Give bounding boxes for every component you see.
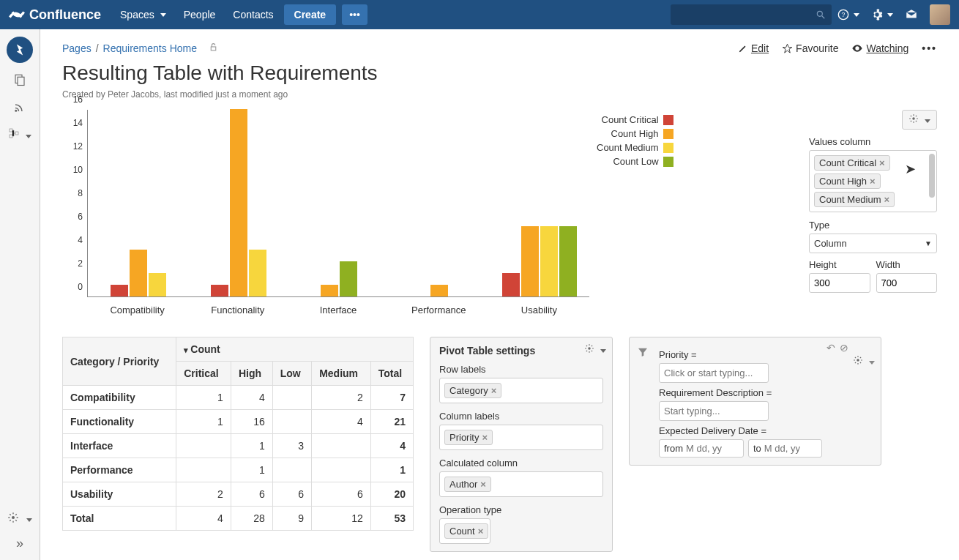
top-nav: Confluence Spaces People Contacts Create… [0,0,959,29]
chip-remove-icon[interactable]: × [491,385,497,396]
filter-date-to-input[interactable] [761,440,817,457]
bar[interactable] [149,273,166,296]
chip-priority[interactable]: Priority× [444,430,493,445]
svg-point-0 [817,11,822,16]
table-cell: 3 [272,434,311,458]
legend-item[interactable]: Count Critical [597,114,673,125]
bar[interactable] [340,261,357,296]
chip-remove-icon[interactable]: × [879,157,885,168]
help-icon[interactable]: ? [832,9,865,20]
column-labels-input[interactable]: Priority× [439,425,603,450]
bar[interactable] [502,273,520,296]
width-input[interactable] [876,273,938,293]
legend-item[interactable]: Count High [597,128,673,139]
bar[interactable] [540,226,558,296]
space-avatar[interactable] [7,37,33,63]
col-header[interactable]: Critical [176,362,231,386]
nav-people[interactable]: People [176,4,223,25]
legend-item[interactable]: Count Low [597,156,673,167]
bar[interactable] [130,250,147,296]
confluence-logo[interactable]: Confluence [9,7,101,23]
chip-remove-icon[interactable]: × [482,432,488,443]
chip-count[interactable]: Count× [444,523,488,539]
operation-type-input[interactable]: Count× [439,518,490,544]
watching-action[interactable]: Watching [851,42,908,54]
chip-remove-icon[interactable]: × [870,176,876,187]
more-actions[interactable]: ••• [922,42,937,54]
chart-settings-gear[interactable] [902,110,937,130]
edit-action[interactable]: Edit [738,42,769,54]
user-avatar[interactable] [930,4,950,25]
bar-group [111,250,166,296]
chip-category[interactable]: Category× [444,383,501,398]
filter-date-from-input[interactable] [683,440,739,457]
filter-desc-input[interactable] [659,401,769,421]
feed-icon[interactable] [13,100,26,117]
pivot-settings-gear[interactable] [584,343,606,356]
chart-type-select[interactable]: Column▼ [809,234,937,253]
favourite-action[interactable]: Favourite [782,42,838,54]
nav-contacts[interactable]: Contacts [225,4,280,25]
page-title: Resulting Table with Requirements [62,61,937,85]
bar[interactable] [321,285,338,296]
table-row: Compatibility1427 [63,386,414,410]
bar[interactable] [430,285,448,296]
settings-icon[interactable] [865,9,899,20]
chip-remove-icon[interactable]: × [478,526,484,537]
values-chip[interactable]: Count High× [814,173,881,189]
chip-remove-icon[interactable]: × [480,479,486,490]
column-labels-label: Column labels [439,411,603,422]
col-header[interactable]: Medium [312,362,371,386]
values-chip[interactable]: Count Critical× [814,155,890,171]
bar[interactable] [111,285,128,296]
scrollbar-thumb[interactable] [929,154,935,198]
search-input[interactable] [671,4,832,25]
svg-rect-5 [18,77,24,85]
bar[interactable] [211,285,228,296]
svg-point-6 [15,110,17,112]
filter-cancel-icon[interactable]: ⊘ [840,342,848,367]
nav-more-button[interactable]: ••• [342,4,367,25]
notifications-icon[interactable] [899,8,924,21]
chip-author[interactable]: Author× [444,477,491,492]
count-header[interactable]: Count [176,337,414,362]
values-chip[interactable]: Count Medium× [814,192,895,207]
col-header[interactable]: Total [370,362,413,386]
table-row: Functionality116421 [63,410,414,434]
sidebar-settings-icon[interactable] [7,512,31,527]
breadcrumb-home[interactable]: Requirements Home [103,42,197,54]
collapse-icon[interactable]: » [16,536,23,551]
height-input[interactable] [809,273,870,293]
create-button[interactable]: Create [284,4,337,25]
space-sidebar: » [0,29,40,560]
filter-undo-icon[interactable]: ↶ [826,342,835,367]
page-actions: Edit Favourite Watching ••• [738,42,937,54]
filter-priority-input[interactable] [659,363,769,383]
nav-spaces[interactable]: Spaces [113,4,173,25]
row-labels-input[interactable]: Category× [439,378,603,403]
svg-point-13 [588,347,591,350]
legend-item[interactable]: Count Medium [597,142,673,153]
filter-gear-icon[interactable] [853,355,875,367]
values-column-box[interactable]: ➤ Count Critical×Count High×Count Medium… [809,150,937,212]
tree-icon[interactable] [8,127,31,141]
bar[interactable] [559,226,577,296]
x-label: Performance [389,300,489,322]
x-label: Usability [489,300,589,322]
col-header[interactable]: High [231,362,272,386]
filter-icon [637,346,649,360]
pages-icon[interactable] [13,73,26,90]
pivot-settings-title: Pivot Table settings [439,345,603,356]
table-cell [272,386,311,410]
bar[interactable] [521,226,539,296]
chip-remove-icon[interactable]: × [884,194,890,205]
table-cell: 6 [231,482,272,507]
y-tick: 8 [78,188,83,198]
bar[interactable] [249,250,266,296]
calculated-column-input[interactable]: Author× [439,471,603,497]
bar[interactable] [230,109,247,296]
breadcrumb-pages[interactable]: Pages [62,42,92,54]
lock-icon[interactable] [209,42,218,54]
x-label: Interface [288,300,388,322]
col-header[interactable]: Low [272,362,311,386]
